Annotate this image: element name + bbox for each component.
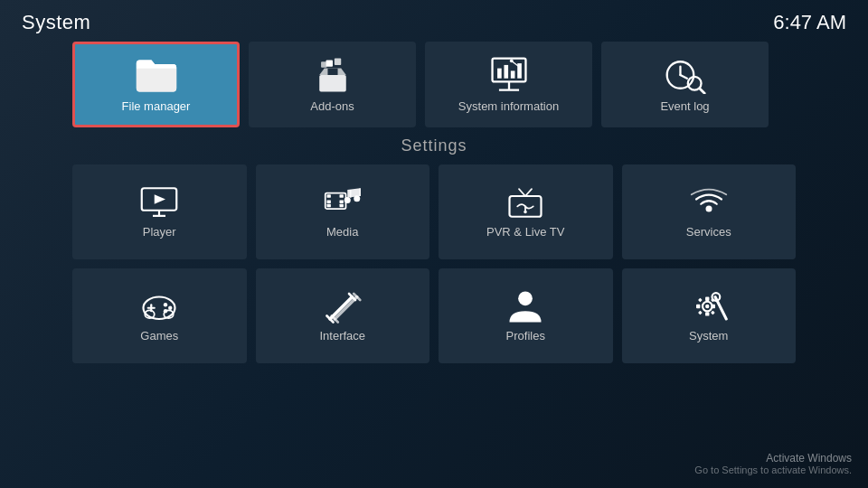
svg-rect-29 [339, 200, 343, 203]
tile-media-label: Media [326, 225, 358, 239]
tile-profiles[interactable]: Profiles [439, 268, 613, 363]
tile-games[interactable]: Games [72, 268, 247, 363]
svg-line-53 [335, 297, 357, 320]
tile-interface-label: Interface [319, 329, 365, 343]
tile-pvr-label: PVR & Live TV [486, 225, 564, 239]
system-icon [690, 289, 728, 324]
settings-grid: Player Media [72, 164, 796, 363]
svg-point-45 [164, 303, 167, 306]
svg-point-41 [705, 206, 712, 212]
event-log-icon [664, 56, 707, 94]
svg-rect-2 [326, 60, 332, 66]
tile-media[interactable]: Media [256, 164, 430, 259]
tile-interface[interactable]: Interface [256, 268, 430, 363]
top-bar: System 6:47 AM [0, 0, 868, 42]
svg-point-56 [518, 291, 533, 305]
system-info-icon [487, 56, 531, 94]
tile-system[interactable]: System [622, 268, 797, 363]
games-icon [140, 289, 178, 324]
svg-rect-9 [504, 65, 508, 79]
svg-rect-8 [497, 69, 502, 79]
svg-point-31 [344, 197, 351, 203]
clock: 6:47 AM [773, 11, 846, 34]
svg-rect-0 [319, 75, 346, 91]
folder-icon [135, 56, 178, 94]
tile-pvr-live-tv[interactable]: PVR & Live TV [439, 164, 613, 259]
tile-games-label: Games [140, 329, 178, 343]
tile-event-log-label: Event log [660, 99, 709, 113]
svg-rect-65 [698, 311, 703, 315]
svg-rect-1 [327, 69, 337, 75]
svg-rect-62 [711, 305, 714, 308]
svg-line-18 [699, 89, 704, 94]
svg-point-40 [524, 211, 528, 214]
tile-event-log[interactable]: Event log [601, 42, 769, 127]
svg-rect-61 [696, 305, 700, 308]
tile-services-label: Services [686, 225, 731, 239]
svg-rect-26 [326, 200, 330, 203]
tile-add-ons[interactable]: Add-ons [249, 42, 416, 127]
tile-system-label: System [689, 329, 728, 343]
settings-header: Settings [72, 136, 796, 155]
svg-line-16 [680, 75, 686, 79]
top-tiles-row: File manager Add-ons [72, 42, 796, 127]
tile-profiles-label: Profiles [506, 329, 545, 343]
svg-point-58 [705, 305, 709, 308]
page-title: System [22, 11, 90, 34]
profiles-icon [506, 289, 544, 324]
svg-rect-27 [326, 204, 330, 208]
svg-line-50 [330, 297, 353, 320]
tile-player-label: Player [143, 225, 176, 239]
addons-icon [311, 56, 354, 94]
tile-file-manager-label: File manager [122, 99, 191, 113]
activate-windows-watermark: Activate Windows Go to Settings to activ… [694, 452, 852, 475]
activate-windows-title: Activate Windows [694, 452, 852, 465]
main-content: File manager Add-ons [0, 42, 868, 363]
svg-point-32 [354, 195, 360, 202]
svg-point-46 [168, 306, 172, 310]
tile-services[interactable]: Services [622, 164, 797, 259]
media-icon [324, 185, 362, 220]
svg-rect-10 [510, 70, 514, 78]
pvr-icon [506, 185, 544, 220]
svg-rect-59 [705, 297, 709, 301]
svg-line-38 [525, 189, 532, 196]
interface-icon [324, 289, 362, 324]
activate-windows-subtitle: Go to Settings to activate Windows. [694, 465, 852, 475]
tile-add-ons-label: Add-ons [310, 99, 354, 113]
tile-file-manager[interactable]: File manager [72, 42, 240, 127]
svg-rect-30 [339, 204, 343, 208]
services-icon [690, 185, 728, 220]
svg-rect-63 [698, 298, 703, 303]
svg-rect-66 [711, 311, 715, 315]
tile-player[interactable]: Player [72, 164, 247, 259]
svg-rect-3 [334, 59, 340, 65]
player-icon [140, 185, 178, 220]
svg-rect-60 [705, 312, 709, 315]
svg-rect-28 [339, 194, 343, 198]
svg-rect-25 [326, 194, 330, 198]
tile-system-information[interactable]: System information [425, 42, 592, 127]
svg-line-37 [519, 189, 525, 196]
svg-rect-4 [321, 61, 326, 67]
svg-point-13 [509, 59, 513, 62]
tile-system-info-label: System information [458, 99, 559, 113]
